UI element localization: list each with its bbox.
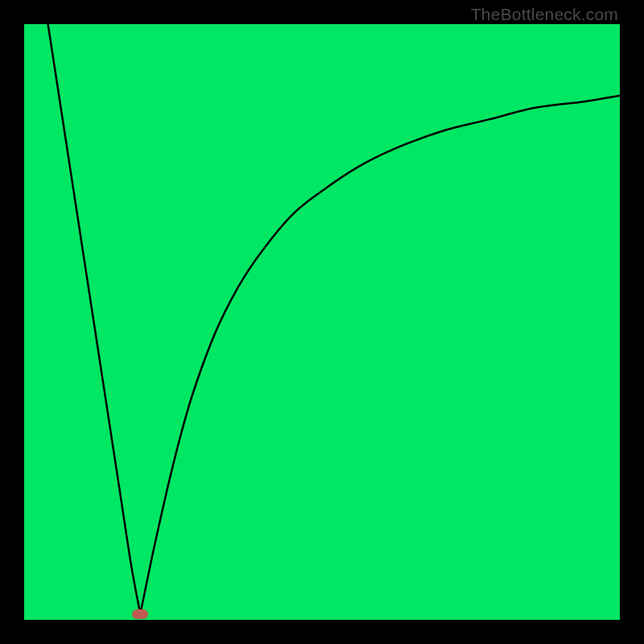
chart-min-marker (132, 609, 148, 619)
watermark-text: TheBottleneck.com (471, 5, 618, 24)
chart-area (24, 24, 620, 620)
chart-background-gradient (24, 24, 620, 620)
